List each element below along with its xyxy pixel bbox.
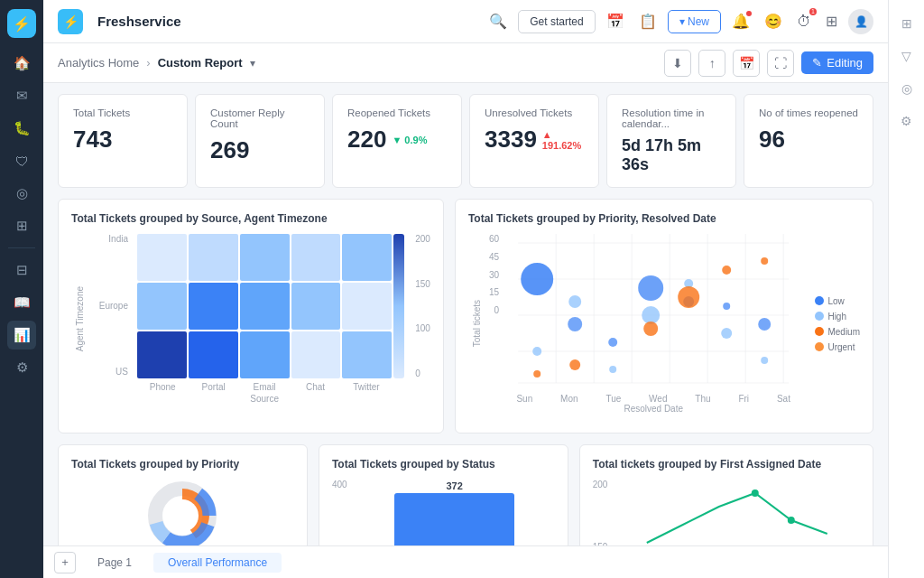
legend-medium-label: Medium [827, 327, 860, 337]
breadcrumb-separator: › [146, 56, 150, 70]
heatmap-cell [189, 331, 238, 378]
right-grid-icon[interactable]: ⊞ [894, 11, 919, 36]
heatmap-cell [240, 234, 290, 281]
nav-logo-icon: ⚡ [63, 14, 79, 29]
edit-icon: ✎ [812, 56, 822, 70]
sidebar-item-mail[interactable]: ✉ [7, 81, 36, 110]
stat-value-5: 96 [759, 126, 858, 154]
search-icon[interactable]: 🔍 [485, 9, 511, 33]
bubble [609, 366, 616, 373]
bubble [608, 338, 617, 347]
heatmap-y-label-2: US [90, 367, 128, 377]
line-chart-container: 200 150 [593, 480, 860, 545]
heatmap-x-label-2: Email [239, 382, 290, 392]
right-circle-icon[interactable]: ◎ [894, 76, 919, 101]
bubble [568, 295, 581, 308]
legend-high: High [815, 312, 860, 322]
right-sidebar: ⊞ ▽ ◎ ⚙ [888, 0, 924, 578]
sidebar-item-shield[interactable]: 🛡 [7, 146, 36, 175]
calendar-icon[interactable]: 📅 [603, 9, 628, 33]
bubble [758, 318, 771, 331]
sidebar-item-book[interactable]: 📖 [7, 288, 36, 317]
heatmap-legend-labels: 200 150 100 0 [408, 234, 430, 378]
heatmap-cell [189, 283, 238, 330]
get-started-button[interactable]: Get started [518, 10, 595, 33]
heatmap-cell [291, 234, 341, 281]
heatmap-legend: 200 150 100 0 [393, 234, 430, 404]
bubble [643, 322, 658, 336]
sidebar-item-grid[interactable]: ⊞ [7, 211, 36, 240]
stat-label-1: Customer Reply Count [210, 107, 310, 129]
heatmap-x-label-0: Phone [137, 382, 188, 392]
right-settings-icon[interactable]: ⚙ [894, 108, 919, 134]
legend-high-label: High [827, 312, 846, 322]
stat-badge-3: ▲ 191.62% [542, 129, 584, 151]
heatmap-legend-min: 0 [415, 368, 430, 378]
status-chart-title: Total Tickets grouped by Status [332, 458, 555, 471]
new-button[interactable]: ▾ New [668, 10, 721, 33]
app-logo[interactable]: ⚡ [7, 9, 36, 38]
stat-value-3: 3339 ▲ 191.62% [485, 126, 584, 154]
bubble-chart: Total Tickets grouped by Priority, Resol… [455, 199, 873, 434]
bar-value: 372 [355, 480, 555, 491]
expand-icon[interactable]: ⛶ [767, 50, 794, 77]
stat-total-tickets: Total Tickets 743 [58, 94, 188, 188]
legend-urgent-label: Urgent [827, 342, 855, 352]
donut-svg [137, 480, 227, 545]
add-page-button[interactable]: + [54, 552, 76, 573]
stat-reopened-tickets: Reopened Tickets 220 ▼ 0.9% [332, 94, 462, 188]
editing-button[interactable]: ✎ Editing [801, 51, 873, 74]
stat-label-5: No of times reopened [759, 107, 858, 118]
legend-medium-icon [815, 327, 824, 336]
legend-low-label: Low [827, 296, 844, 306]
bell-icon[interactable]: 🔔 [728, 9, 753, 33]
download-icon[interactable]: ⬇ [664, 50, 691, 77]
legend-urgent-icon [815, 342, 824, 351]
docs-icon[interactable]: 📋 [635, 9, 661, 33]
heatmap-cell [291, 331, 341, 378]
share-icon[interactable]: ↑ [698, 50, 725, 77]
stat-value-4: 5d 17h 5m 36s [622, 136, 721, 174]
heatmap-legend-mid: 150 [415, 279, 430, 289]
main-content: ⚡ Freshservice 🔍 Get started 📅 📋 ▾ New 🔔… [43, 0, 888, 578]
heatmap-cell [137, 331, 187, 378]
clock-icon[interactable]: ⏱1 [793, 10, 815, 33]
grid-icon[interactable]: ⊞ [822, 9, 841, 33]
sub-navigation: Analytics Home › Custom Report ▾ ⬇ ↑ 📅 ⛶… [43, 43, 888, 83]
avatar[interactable]: 👤 [848, 9, 873, 34]
stat-customer-reply: Customer Reply Count 269 [195, 94, 325, 188]
legend-high-icon [815, 312, 824, 321]
calendar-filter-icon[interactable]: 📅 [733, 50, 760, 77]
sidebar-item-analytics[interactable]: 📊 [7, 321, 36, 350]
bubble [568, 317, 582, 331]
heatmap-x-label-1: Portal [188, 382, 238, 392]
footer-tab-page1[interactable]: Page 1 [83, 553, 146, 573]
heatmap-legend-max: 200 [415, 234, 430, 244]
legend-medium: Medium [815, 327, 860, 337]
bubble-chart-svg [503, 234, 804, 387]
charts-row-2: Total Tickets grouped by Priority [58, 444, 873, 545]
status-bars: 372 [355, 480, 555, 545]
editing-label: Editing [827, 56, 863, 70]
right-filter-icon[interactable]: ▽ [894, 43, 919, 69]
heatmap-cell [137, 283, 187, 330]
breadcrumb-home[interactable]: Analytics Home [58, 56, 139, 70]
assigned-date-chart: Total tickets grouped by First Assigned … [579, 444, 873, 545]
sidebar-divider [8, 247, 35, 248]
line-peak [752, 489, 759, 497]
sidebar-item-bugs[interactable]: 🐛 [7, 114, 36, 143]
breadcrumb-dropdown-icon[interactable]: ▾ [250, 57, 255, 70]
stat-label-3: Unresolved Tickets [485, 107, 584, 118]
sidebar-item-settings[interactable]: ⚙ [7, 353, 36, 382]
footer-tab-overall[interactable]: Overall Performance [153, 553, 282, 573]
logo-icon: ⚡ [13, 15, 31, 33]
heatmap-cell [240, 283, 290, 330]
sidebar-item-home[interactable]: 🏠 [7, 49, 36, 78]
sidebar-item-minus[interactable]: ⊟ [7, 256, 36, 284]
line-y-axis: 200 150 [593, 480, 612, 545]
heatmap-x-axis-title: Source [137, 394, 392, 404]
heatmap-y-label-1: Europe [90, 301, 128, 311]
sidebar-item-circle[interactable]: ◎ [7, 179, 36, 208]
smiley-icon[interactable]: 😊 [761, 9, 786, 33]
status-y-axis: 400 300 [332, 480, 351, 545]
